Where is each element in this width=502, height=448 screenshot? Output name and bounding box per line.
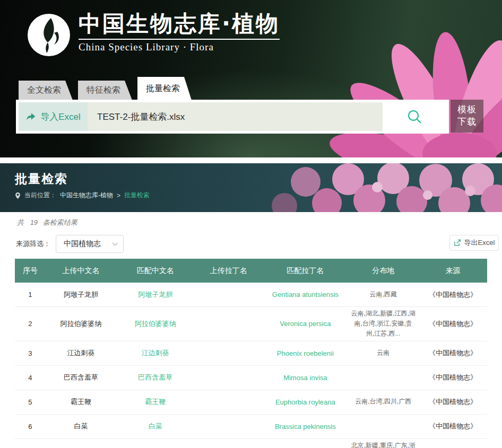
- col-header-match-cn: 匹配中文名: [116, 266, 194, 276]
- cell-upload-cn: 阿拉伯婆婆纳: [46, 319, 117, 329]
- search-icon: [406, 108, 423, 125]
- matched-latin-link[interactable]: Veronica persica: [263, 320, 348, 328]
- breadcrumb-current-link[interactable]: 批量检索: [124, 191, 150, 200]
- table-row: 5 霸王鞭 霸王鞭 Euphorbia royleana 云南,台湾,四川,广西…: [15, 390, 487, 415]
- result-count: 共 19 条检索结果: [17, 218, 77, 227]
- cell-source: 《中国植物志》: [419, 290, 487, 300]
- chevron-down-icon: [112, 242, 118, 246]
- uploaded-filename: TEST-2-批量检索.xlsx: [97, 111, 185, 123]
- site-title-en: China Species Library · Flora: [79, 39, 280, 53]
- site-logo[interactable]: 中国生物志库·植物 China Species Library · Flora: [27, 10, 280, 57]
- search-bar: 导入Excel TEST-2-批量检索.xlsx: [16, 100, 449, 134]
- import-excel-button[interactable]: 导入Excel: [19, 102, 88, 131]
- matched-cn-link[interactable]: 阿拉伯婆婆纳: [116, 319, 194, 329]
- result-count-suffix: 条检索结果: [43, 218, 77, 226]
- source-filter-value: 中国植物志: [64, 239, 101, 249]
- search-button[interactable]: [383, 102, 446, 131]
- search-mode-tabs: 全文检索 特征检索 批量检索: [19, 77, 192, 100]
- table-row: 3 江边刺葵 江边刺葵 Phoenix roebelenii 云南 《中国植物志…: [15, 341, 487, 366]
- cell-no: 1: [15, 291, 46, 298]
- matched-cn-link[interactable]: 白菜: [116, 421, 194, 431]
- page: 中国生物志库·植物 China Species Library · Flora …: [0, 0, 502, 448]
- matched-latin-link[interactable]: Mimosa invisa: [263, 374, 348, 382]
- source-filter-row: 来源筛选： 中国植物志: [16, 235, 124, 253]
- col-header-no: 序号: [15, 266, 46, 276]
- export-excel-label: 导出Excel: [464, 238, 495, 248]
- matched-cn-link[interactable]: 江边刺葵: [116, 348, 194, 358]
- table-row: 2 阿拉伯婆婆纳 阿拉伯婆婆纳 Veronica persica 云南,湖北,新…: [15, 307, 487, 341]
- cell-upload-cn: 江边刺葵: [46, 348, 117, 358]
- matched-latin-link[interactable]: Phoenix roebelenii: [263, 349, 348, 357]
- cell-no: 3: [15, 349, 46, 357]
- matched-latin-link[interactable]: Euphorbia royleana: [263, 398, 348, 406]
- matched-latin-link[interactable]: Gentiana atuntsiensis: [263, 291, 348, 298]
- breadcrumb-label: 当前位置：: [24, 191, 56, 200]
- table-row: 7 白车轴草 白车轴草 Trifolium repens 北京,新疆,重庆,广东…: [15, 439, 487, 448]
- site-title-cn: 中国生物志库·植物: [79, 10, 280, 39]
- col-header-match-latin: 匹配拉丁名: [263, 266, 348, 276]
- result-count-number: 19: [30, 218, 38, 226]
- tab-feature-search[interactable]: 特征检索: [78, 81, 132, 100]
- tab-batch-search[interactable]: 批量检索: [137, 77, 192, 100]
- template-download-button[interactable]: 模板 下载: [451, 100, 483, 133]
- table-row: 4 巴西含羞草 巴西含羞草 Mimosa invisa 《中国植物志》: [15, 366, 487, 390]
- logo-icon: [27, 13, 71, 57]
- source-filter-select[interactable]: 中国植物志: [56, 235, 124, 253]
- cell-source: 《中国植物志》: [419, 319, 487, 329]
- tab-fulltext-search[interactable]: 全文检索: [19, 81, 73, 100]
- table-row: 6 白菜 白菜 Brassica pekinensis 《中国植物志》: [15, 415, 487, 439]
- cell-no: 5: [15, 398, 46, 406]
- col-header-distribution: 分布地: [348, 266, 419, 276]
- col-header-upload-cn: 上传中文名: [46, 266, 117, 276]
- source-filter-label: 来源筛选：: [16, 239, 50, 249]
- cell-distribution: 云南: [348, 348, 419, 358]
- page-title: 批量检索: [15, 171, 68, 187]
- matched-latin-link[interactable]: Brassica pekinensis: [263, 423, 348, 431]
- result-count-prefix: 共: [17, 218, 24, 226]
- cell-upload-cn: 巴西含羞草: [46, 373, 117, 382]
- table-header-row: 序号 上传中文名 匹配中文名 上传拉丁名 匹配拉丁名 分布地 来源: [15, 259, 487, 283]
- matched-cn-link[interactable]: 霸王鞭: [116, 397, 194, 407]
- cell-upload-cn: 白菜: [46, 421, 117, 431]
- col-header-upload-latin: 上传拉丁名: [194, 266, 263, 276]
- breadcrumb: 当前位置： 中国生物志库-植物 > 批量检索: [15, 191, 150, 200]
- export-excel-button[interactable]: 导出Excel: [449, 235, 499, 251]
- results-table: 序号 上传中文名 匹配中文名 上传拉丁名 匹配拉丁名 分布地 来源 1 阿墩子龙…: [15, 259, 487, 448]
- cell-source: 《中国植物志》: [419, 348, 487, 358]
- cell-distribution: 云南,台湾,四川,广西: [348, 397, 419, 407]
- template-download-line2: 下载: [457, 116, 477, 128]
- cell-upload-cn: 霸王鞭: [46, 397, 117, 407]
- cell-distribution: 云南,湖北,新疆,江西,湖南,台湾,浙江,安徽,贵州,江苏,西...: [348, 309, 419, 339]
- uploaded-filename-field[interactable]: TEST-2-批量检索.xlsx: [88, 102, 383, 131]
- cell-no: 4: [15, 374, 46, 382]
- cell-no: 2: [15, 320, 46, 328]
- cell-distribution: 云南,西藏: [348, 289, 419, 300]
- lotus-flower-image: [284, 29, 502, 157]
- col-header-source: 来源: [419, 266, 487, 276]
- import-excel-label: 导入Excel: [40, 111, 81, 123]
- cell-upload-cn: 阿墩子龙胆: [46, 290, 117, 300]
- template-download-line1: 模板: [457, 104, 477, 116]
- top-banner: 中国生物志库·植物 China Species Library · Flora …: [0, 0, 502, 157]
- export-icon: [454, 239, 461, 247]
- breadcrumb-root-link[interactable]: 中国生物志库-植物: [60, 191, 113, 200]
- cell-no: 6: [15, 423, 46, 431]
- matched-cn-link[interactable]: 阿墩子龙胆: [116, 290, 194, 300]
- breadcrumb-separator: >: [117, 192, 120, 199]
- cell-source: 《中国植物志》: [419, 397, 487, 407]
- cell-distribution: 北京,新疆,重庆,广东,浙江,天津,澳门,广西,内蒙古,宁夏...: [348, 441, 419, 448]
- location-icon: [15, 192, 21, 199]
- table-row: 1 阿墩子龙胆 阿墩子龙胆 Gentiana atuntsiensis 云南,西…: [15, 283, 487, 307]
- cell-source: 《中国植物志》: [419, 421, 487, 431]
- page-header-banner: 批量检索 当前位置： 中国生物志库-植物 > 批量检索: [0, 163, 502, 212]
- matched-cn-link[interactable]: 巴西含羞草: [116, 373, 194, 382]
- cell-source: 《中国植物志》: [419, 373, 487, 382]
- import-arrow-icon: [25, 111, 36, 122]
- hydrangea-flower-image: [269, 163, 502, 212]
